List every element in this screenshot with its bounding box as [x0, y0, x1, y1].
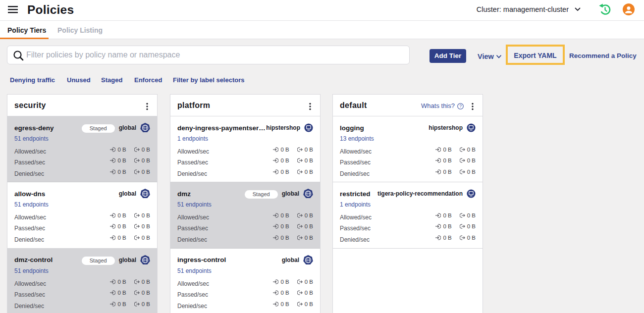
- svg-text:?: ?: [459, 104, 462, 108]
